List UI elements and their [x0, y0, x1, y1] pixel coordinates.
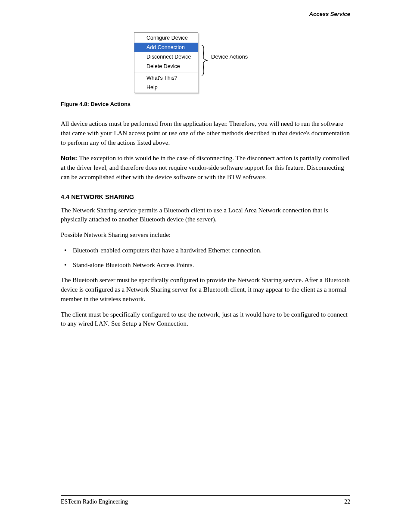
bullet-icon: • — [61, 246, 73, 255]
brace-label: Device Actions — [211, 53, 248, 60]
menu-item-delete-device[interactable]: Delete Device — [134, 62, 198, 71]
menu-item-configure-device[interactable]: Configure Device — [134, 33, 198, 43]
list-item: • Bluetooth-enabled computers that have … — [61, 246, 350, 255]
paragraph-text: . — [187, 320, 188, 327]
brace-icon — [201, 44, 209, 76]
bullet-icon: • — [61, 261, 73, 270]
paragraph-text: The client must be specifically configur… — [61, 311, 348, 327]
list-item: • Stand-alone Bluetooth Network Access P… — [61, 261, 350, 270]
paragraph: Possible Network Sharing servers include… — [61, 230, 350, 240]
paragraph: The Bluetooth server must be specificall… — [61, 276, 350, 304]
menu-item-add-connection[interactable]: Add Connection — [134, 43, 198, 52]
figure-caption: Figure 4.8: Device Actions — [61, 101, 350, 107]
paragraph-note: Note: The exception to this would be in … — [61, 153, 350, 182]
paragraph: All device actions must be performed fro… — [61, 119, 350, 147]
bottom-rule — [61, 495, 350, 496]
footer-page-number: 22 — [344, 498, 350, 505]
menu-item-whats-this[interactable]: What's This? — [134, 73, 198, 83]
menu-separator — [134, 72, 198, 72]
context-menu-figure: Configure Device Add Connection Disconne… — [134, 32, 350, 93]
note-label: Note: — [61, 154, 79, 162]
context-menu: Configure Device Add Connection Disconne… — [134, 32, 198, 93]
brace-annotation: Device Actions — [198, 32, 218, 93]
note-text: The exception to this would be in the ca… — [61, 155, 349, 180]
paragraph: The client must be specifically configur… — [61, 310, 350, 329]
cross-reference-link[interactable]: Setup a New Connection — [122, 320, 187, 327]
menu-item-help[interactable]: Help — [134, 83, 198, 92]
paragraph: The Network Sharing service permits a Bl… — [61, 206, 350, 225]
header-right: Access Service — [309, 11, 350, 17]
page-footer: ESTeem Radio Engineering 22 — [61, 495, 350, 505]
bullet-list: • Bluetooth-enabled computers that have … — [61, 246, 350, 270]
footer-left: ESTeem Radio Engineering — [61, 498, 128, 505]
top-rule — [61, 20, 350, 20]
section-heading: 4.4 NETWORK SHARING — [61, 193, 350, 202]
list-item-text: Bluetooth-enabled computers that have a … — [73, 247, 262, 254]
list-item-text: Stand-alone Bluetooth Network Access Poi… — [73, 261, 194, 268]
menu-item-disconnect-device[interactable]: Disconnect Device — [134, 52, 198, 62]
